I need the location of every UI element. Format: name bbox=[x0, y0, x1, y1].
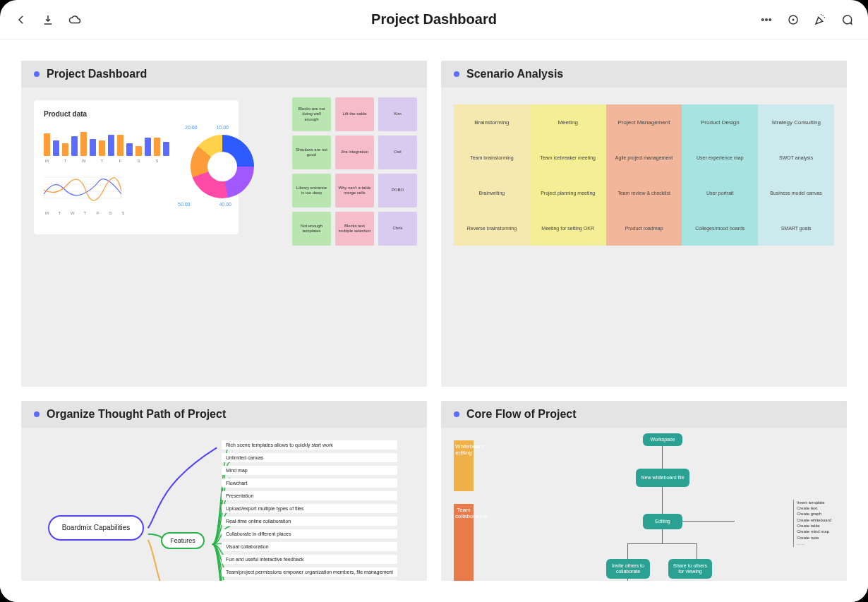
sticky-note[interactable]: Jira integration bbox=[335, 136, 374, 169]
table-header: Project Management bbox=[606, 104, 682, 140]
svg-point-0 bbox=[762, 18, 764, 20]
svg-point-2 bbox=[769, 18, 771, 20]
sticky-note[interactable]: Blocks text multiple selection bbox=[335, 212, 374, 246]
mindmap-item[interactable]: Collaborate in different places bbox=[222, 529, 397, 538]
product-data-card: Product data bbox=[34, 100, 239, 234]
mindmap: Boardmix Capabilities Features Rich scen… bbox=[34, 440, 414, 569]
table-cell[interactable]: Agile project management bbox=[606, 140, 682, 175]
table-cell[interactable]: Team review & checklist bbox=[606, 175, 682, 210]
product-data-label: Product data bbox=[44, 110, 229, 118]
panel-title: Organize Thought Path of Project bbox=[47, 408, 226, 421]
mindmap-item[interactable]: Team/project permissions empower organiz… bbox=[222, 567, 397, 577]
sticky-note[interactable]: Owl bbox=[378, 136, 417, 169]
mindmap-root[interactable]: Boardmix Capabilities bbox=[48, 515, 144, 541]
bullet-icon bbox=[34, 71, 40, 77]
donut-chart: 20.00 10.00 50.00 40.00 bbox=[183, 125, 229, 203]
bullet-icon bbox=[454, 411, 459, 417]
table-cell[interactable]: Team brainstorming bbox=[454, 140, 530, 175]
sticky-note[interactable]: Chris bbox=[378, 212, 417, 246]
more-icon[interactable] bbox=[759, 13, 773, 27]
mindmap-item[interactable]: Unlimited canvas bbox=[222, 453, 397, 462]
table-cell[interactable]: Meeting for setting OKR bbox=[530, 210, 606, 246]
flowchart: Whiteboard editing Team collaboration Wo… bbox=[454, 440, 834, 569]
panel-project-dashboard[interactable]: Project Dashboard Product data bbox=[21, 61, 427, 387]
mindmap-item[interactable]: Mind map bbox=[222, 466, 397, 475]
mindmap-item[interactable]: Real-time online collaboration bbox=[222, 517, 397, 526]
line-x-labels: MT WT FS S bbox=[44, 211, 169, 215]
svg-point-1 bbox=[766, 18, 767, 20]
flow-node[interactable]: Invite others to collaborate bbox=[606, 559, 650, 579]
sticky-grid: Blocks are not doing well enoughLift the… bbox=[292, 97, 417, 246]
sticky-note[interactable]: Lift the cable bbox=[335, 97, 374, 131]
bullet-icon bbox=[34, 411, 40, 417]
panel-core-flow[interactable]: Core Flow of Project Whiteboard editing … bbox=[441, 401, 847, 582]
table-header: Meeting bbox=[530, 104, 606, 140]
titlebar: Project Dashboard bbox=[0, 0, 868, 40]
mindmap-item[interactable]: Upload/export multiple types of files bbox=[222, 504, 397, 513]
page-title: Project Dashboard bbox=[155, 11, 713, 28]
scenario-table: BrainstormingMeetingProject ManagementPr… bbox=[454, 104, 834, 246]
table-cell[interactable]: Brainwriting bbox=[454, 175, 530, 210]
mindmap-item[interactable]: Visual collaboration bbox=[222, 542, 397, 551]
sticky-note[interactable]: Blocks are not doing well enough bbox=[292, 97, 331, 131]
table-cell[interactable]: User portrait bbox=[682, 175, 758, 210]
table-cell[interactable]: Product roadmap bbox=[606, 210, 682, 246]
table-cell[interactable]: SMART goals bbox=[758, 210, 834, 246]
sticky-note[interactable]: Library entrance is too deep bbox=[292, 174, 331, 207]
workspace[interactable]: Project Dashboard Product data bbox=[0, 40, 868, 602]
panel-thought-path[interactable]: Organize Thought Path of Project Boardmi… bbox=[21, 401, 427, 582]
mindmap-item[interactable]: Rich scene templates allows to quickly s… bbox=[222, 440, 397, 450]
panel-scenario-analysis[interactable]: Scenario Analysis BrainstormingMeetingPr… bbox=[441, 61, 847, 387]
bullet-icon bbox=[454, 71, 459, 77]
panel-title: Scenario Analysis bbox=[466, 68, 563, 80]
table-header: Strategy Consulting bbox=[758, 104, 834, 140]
app-window: Project Dashboard Project Dashboard Prod… bbox=[0, 0, 868, 602]
sticky-note[interactable]: Kim bbox=[378, 97, 417, 131]
table-cell[interactable]: SWOT analysis bbox=[758, 140, 834, 175]
table-cell[interactable]: Reverse brainstorming bbox=[454, 210, 530, 246]
table-cell[interactable]: Team icebreaker meeting bbox=[530, 140, 606, 175]
sticky-note[interactable]: Not enough templates bbox=[292, 212, 331, 246]
comment-icon[interactable] bbox=[840, 13, 854, 27]
sticky-note[interactable]: Shadows are not good bbox=[292, 136, 331, 169]
table-cell[interactable]: Project planning meeting bbox=[530, 175, 606, 210]
table-header: Brainstorming bbox=[454, 104, 530, 140]
mindmap-features[interactable]: Features bbox=[161, 532, 205, 549]
flow-node[interactable]: New whiteboard file bbox=[636, 469, 689, 487]
flow-node[interactable]: Editing bbox=[643, 514, 682, 529]
bar-x-labels: MT WT FS S bbox=[44, 159, 169, 163]
flow-node[interactable]: Share to others for viewing bbox=[668, 559, 712, 579]
mindmap-item[interactable]: Fun and useful interactive feedback bbox=[222, 555, 397, 564]
flow-node[interactable]: Workspace bbox=[643, 433, 682, 446]
back-button[interactable] bbox=[14, 13, 28, 27]
download-icon[interactable] bbox=[41, 13, 55, 27]
panel-title: Project Dashboard bbox=[47, 68, 147, 80]
mindmap-item[interactable]: Presentation bbox=[222, 491, 397, 500]
mindmap-items: Rich scene templates allows to quickly s… bbox=[222, 440, 397, 582]
swimlane: Team collaboration bbox=[454, 504, 474, 582]
table-cell[interactable]: Business model canvas bbox=[758, 175, 834, 210]
table-header: Product Design bbox=[682, 104, 758, 140]
bar-chart bbox=[44, 125, 169, 156]
sticky-note[interactable]: Why can't a table merge cells bbox=[335, 174, 374, 207]
table-cell[interactable]: Colleges/mood boards bbox=[682, 210, 758, 246]
party-icon[interactable] bbox=[813, 13, 827, 27]
mindmap-item[interactable]: Flowchart bbox=[222, 478, 397, 488]
cloud-icon[interactable] bbox=[68, 13, 82, 27]
svg-point-4 bbox=[792, 18, 795, 20]
panel-title: Core Flow of Project bbox=[466, 408, 577, 421]
sticky-note[interactable]: POBO bbox=[378, 174, 417, 207]
record-icon[interactable] bbox=[786, 13, 800, 27]
swimlane: Whiteboard editing bbox=[454, 440, 474, 491]
table-cell[interactable]: User experience map bbox=[682, 140, 758, 175]
line-chart bbox=[44, 173, 121, 205]
flow-side-list: Insert templateCreate textCreate graphCr… bbox=[793, 500, 831, 547]
mindmap-item[interactable]: Easy to use, cloud storage, quick to sta… bbox=[222, 580, 397, 582]
